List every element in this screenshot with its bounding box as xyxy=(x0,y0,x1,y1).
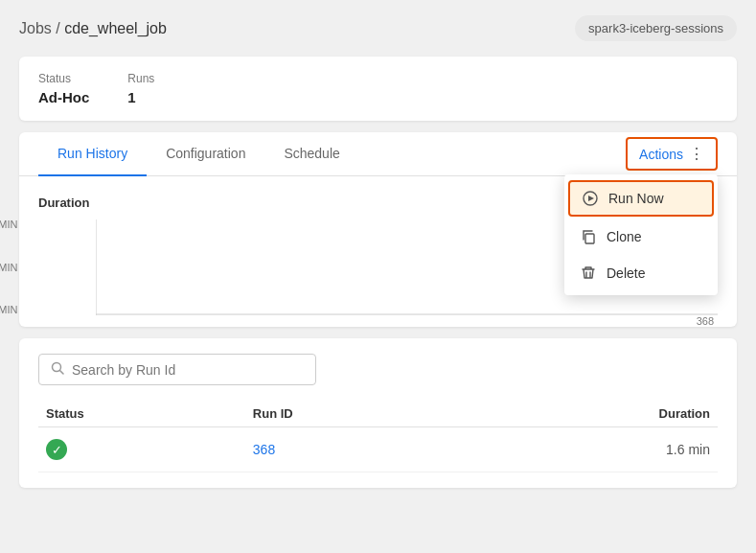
delete-label: Delete xyxy=(607,265,645,281)
trash-icon xyxy=(580,265,597,282)
tabs-row: Run History Configuration Schedule Actio… xyxy=(19,132,737,176)
actions-button[interactable]: Actions ⋮ xyxy=(626,137,718,171)
status-label: Status xyxy=(38,72,89,85)
actions-label: Actions xyxy=(639,147,683,162)
breadcrumb-prefix: Jobs / xyxy=(19,20,64,36)
row-status: ✓ xyxy=(38,427,245,472)
play-icon xyxy=(582,190,599,207)
cluster-badge: spark3-iceberg-sessions xyxy=(575,15,737,41)
status-value: Ad-Hoc xyxy=(38,89,89,105)
svg-marker-1 xyxy=(588,196,594,201)
actions-area: Actions ⋮ Run Now xyxy=(626,137,718,171)
row-run-id: 368 xyxy=(245,427,460,472)
search-icon xyxy=(51,361,64,378)
run-now-item[interactable]: Run Now xyxy=(568,180,714,217)
y-label-2: 1.5 MIN xyxy=(0,305,18,315)
run-now-label: Run Now xyxy=(608,191,664,206)
col-duration: Duration xyxy=(460,401,718,427)
search-bar[interactable] xyxy=(38,354,316,385)
table-panel: Status Run ID Duration ✓ 368 1.6 min xyxy=(19,338,737,488)
runs-table: Status Run ID Duration ✓ 368 1.6 min xyxy=(38,401,718,472)
table-row: ✓ 368 1.6 min xyxy=(38,427,718,472)
row-duration: 1.6 min xyxy=(460,427,718,472)
runs-label: Runs xyxy=(127,72,154,85)
tab-configuration[interactable]: Configuration xyxy=(147,132,264,176)
runs-field: Runs 1 xyxy=(127,72,154,105)
col-run-id: Run ID xyxy=(245,401,460,427)
delete-item[interactable]: Delete xyxy=(564,255,718,291)
y-axis: 1.7 MIN 1.6 MIN 1.5 MIN xyxy=(0,219,24,315)
x-axis-labels: 368 xyxy=(96,315,718,327)
actions-dots-icon: ⋮ xyxy=(689,145,704,163)
actions-dropdown: Run Now Clone xyxy=(564,174,718,295)
page-header: Jobs / cde_wheel_job spark3-iceberg-sess… xyxy=(19,15,737,41)
svg-line-7 xyxy=(60,371,64,375)
search-input[interactable] xyxy=(72,362,304,378)
status-field: Status Ad-Hoc xyxy=(38,72,89,105)
svg-rect-2 xyxy=(585,234,594,243)
tab-schedule[interactable]: Schedule xyxy=(264,132,358,176)
clone-item[interactable]: Clone xyxy=(564,219,718,255)
y-label-1: 1.6 MIN xyxy=(0,263,18,273)
run-id-link[interactable]: 368 xyxy=(253,442,275,457)
success-icon: ✓ xyxy=(46,439,67,460)
breadcrumb: Jobs / cde_wheel_job xyxy=(19,20,167,37)
y-label-0: 1.7 MIN xyxy=(0,219,18,230)
job-name: cde_wheel_job xyxy=(64,20,167,36)
clone-label: Clone xyxy=(607,229,642,244)
status-card: Status Ad-Hoc Runs 1 xyxy=(19,57,737,121)
x-label-368: 368 xyxy=(697,315,714,327)
copy-icon xyxy=(580,228,597,245)
page-wrapper: Jobs / cde_wheel_job spark3-iceberg-sess… xyxy=(0,0,756,553)
main-panel: Run History Configuration Schedule Actio… xyxy=(19,132,737,327)
tab-run-history[interactable]: Run History xyxy=(38,132,147,176)
col-status: Status xyxy=(38,401,245,427)
runs-value: 1 xyxy=(127,89,154,105)
